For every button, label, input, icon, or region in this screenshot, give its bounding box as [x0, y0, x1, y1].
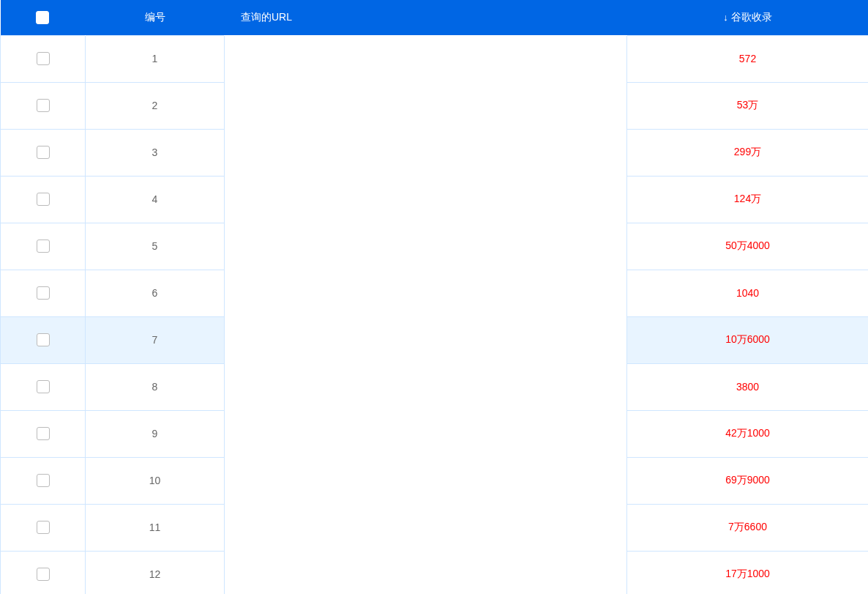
table-row: 1069万9000	[1, 457, 869, 504]
cell-index: 124万	[627, 176, 868, 223]
cell-checkbox[interactable]	[1, 457, 86, 504]
cell-index: 1040	[627, 270, 868, 316]
index-value: 17万1000	[725, 568, 770, 579]
header-select-all[interactable]	[1, 0, 86, 35]
results-table: 编号 查询的URL ↓谷歌收录 1572253万3299万4124万550万40…	[0, 0, 868, 594]
cell-number: 7	[86, 316, 225, 363]
cell-gap	[488, 504, 627, 551]
cell-url	[225, 35, 488, 82]
cell-gap	[488, 129, 627, 176]
row-checkbox[interactable]	[37, 427, 50, 440]
table-header-row: 编号 查询的URL ↓谷歌收录	[1, 0, 869, 35]
cell-gap	[488, 363, 627, 410]
table-row: 1572	[1, 35, 869, 82]
cell-gap	[488, 551, 627, 594]
select-all-checkbox[interactable]	[36, 11, 49, 24]
index-value: 42万1000	[725, 427, 770, 439]
cell-url	[225, 176, 488, 223]
row-checkbox[interactable]	[37, 521, 50, 534]
cell-url	[225, 129, 488, 176]
cell-number: 8	[86, 363, 225, 410]
row-checkbox[interactable]	[37, 99, 50, 112]
table-row: 550万4000	[1, 223, 869, 270]
cell-index: 10万6000	[627, 316, 868, 363]
table-row: 4124万	[1, 176, 869, 223]
cell-checkbox[interactable]	[1, 82, 86, 129]
cell-checkbox[interactable]	[1, 504, 86, 551]
cell-number: 12	[86, 551, 225, 594]
cell-checkbox[interactable]	[1, 410, 86, 457]
cell-number: 3	[86, 129, 225, 176]
index-value: 7万6600	[728, 521, 767, 532]
table-row: 61040	[1, 270, 869, 316]
cell-checkbox[interactable]	[1, 316, 86, 363]
cell-checkbox[interactable]	[1, 223, 86, 270]
cell-index: 299万	[627, 129, 868, 176]
cell-checkbox[interactable]	[1, 363, 86, 410]
cell-number: 2	[86, 82, 225, 129]
cell-gap	[488, 176, 627, 223]
cell-gap	[488, 270, 627, 316]
index-value: 53万	[737, 99, 759, 111]
cell-index: 572	[627, 35, 868, 82]
table-row: 1217万1000	[1, 551, 869, 594]
cell-gap	[488, 223, 627, 270]
cell-number: 10	[86, 457, 225, 504]
cell-url	[225, 410, 488, 457]
cell-index: 7万6600	[627, 504, 868, 551]
table-row: 710万6000	[1, 316, 869, 363]
cell-index: 69万9000	[627, 457, 868, 504]
cell-number: 1	[86, 35, 225, 82]
cell-url	[225, 551, 488, 594]
cell-index: 50万4000	[627, 223, 868, 270]
cell-checkbox[interactable]	[1, 176, 86, 223]
row-checkbox[interactable]	[37, 240, 50, 253]
index-value: 1040	[736, 287, 759, 299]
table-row: 3299万	[1, 129, 869, 176]
header-index-label: 谷歌收录	[731, 11, 772, 23]
table-row: 253万	[1, 82, 869, 129]
cell-number: 4	[86, 176, 225, 223]
cell-checkbox[interactable]	[1, 551, 86, 594]
cell-gap	[488, 457, 627, 504]
results-table-wrap: 编号 查询的URL ↓谷歌收录 1572253万3299万4124万550万40…	[0, 0, 868, 594]
cell-gap	[488, 316, 627, 363]
index-value: 124万	[734, 193, 761, 204]
header-index[interactable]: ↓谷歌收录	[627, 0, 868, 35]
index-value: 69万9000	[725, 474, 770, 486]
row-checkbox[interactable]	[37, 474, 50, 487]
row-checkbox[interactable]	[37, 568, 50, 581]
cell-url	[225, 504, 488, 551]
cell-url	[225, 457, 488, 504]
table-row: 83800	[1, 363, 869, 410]
cell-checkbox[interactable]	[1, 270, 86, 316]
index-value: 50万4000	[725, 240, 770, 251]
row-checkbox[interactable]	[37, 286, 50, 300]
table-row: 942万1000	[1, 410, 869, 457]
cell-url	[225, 363, 488, 410]
cell-index: 42万1000	[627, 410, 868, 457]
cell-gap	[488, 35, 627, 82]
cell-index: 3800	[627, 363, 868, 410]
cell-url	[225, 316, 488, 363]
cell-number: 5	[86, 223, 225, 270]
table-row: 117万6600	[1, 504, 869, 551]
header-url-label: 查询的URL	[241, 11, 292, 23]
cell-index: 53万	[627, 82, 868, 129]
cell-number: 9	[86, 410, 225, 457]
row-checkbox[interactable]	[37, 193, 50, 206]
row-checkbox[interactable]	[37, 380, 50, 393]
cell-url	[225, 270, 488, 316]
header-url[interactable]: 查询的URL	[225, 0, 627, 35]
header-number[interactable]: 编号	[86, 0, 225, 35]
cell-checkbox[interactable]	[1, 35, 86, 82]
index-value: 572	[739, 53, 756, 64]
row-checkbox[interactable]	[37, 52, 50, 65]
cell-gap	[488, 82, 627, 129]
row-checkbox[interactable]	[37, 146, 50, 159]
index-value: 299万	[734, 146, 761, 157]
row-checkbox[interactable]	[37, 333, 50, 346]
cell-url	[225, 82, 488, 129]
cell-checkbox[interactable]	[1, 129, 86, 176]
cell-gap	[488, 410, 627, 457]
